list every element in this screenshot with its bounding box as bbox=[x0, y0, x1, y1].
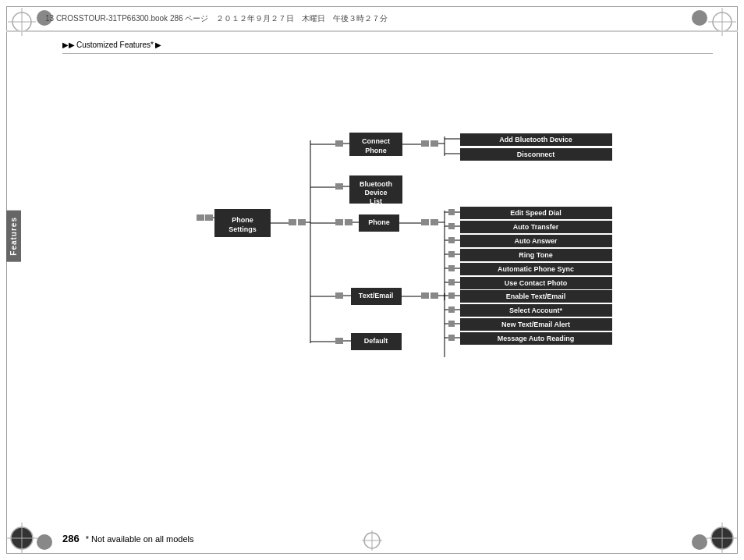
conn-cp-r1 bbox=[421, 140, 429, 147]
new-te-alert-label: New Text/Email Alert bbox=[501, 321, 570, 328]
corner-mark-bl2 bbox=[33, 530, 56, 554]
ring-tone-label: Ring Tone bbox=[519, 251, 552, 259]
diagram-svg: .box-dark { fill: #2a2a2a; } .box-med { … bbox=[62, 94, 702, 406]
conn-icon-ps-2 bbox=[205, 214, 213, 221]
footer-note: * Not available on all models bbox=[86, 534, 194, 544]
side-tab: Features bbox=[6, 211, 21, 262]
breadcrumb-arrow-right: ▶ bbox=[155, 41, 161, 49]
breadcrumb-arrows: ▶▶ bbox=[62, 41, 75, 49]
phone-label: Phone bbox=[368, 218, 390, 226]
conn-def-1 bbox=[335, 338, 343, 344]
use-contact-photo-label: Use Contact Photo bbox=[505, 279, 568, 287]
auto-answer-label: Auto Answer bbox=[514, 237, 558, 245]
connect-phone-label-1: Connect bbox=[362, 137, 390, 145]
icon-at bbox=[448, 223, 455, 229]
select-account-label: Select Account* bbox=[509, 307, 563, 314]
header-text: 13 CROSSTOUR-31TP66300.book 286 ページ ２０１２… bbox=[45, 13, 388, 24]
enable-te-label: Enable Text/Email bbox=[506, 292, 565, 300]
icon-aps bbox=[448, 265, 455, 271]
breadcrumb-rule bbox=[62, 53, 713, 54]
corner-mark-br2 bbox=[688, 530, 711, 554]
svg-point-15 bbox=[692, 534, 707, 550]
footer: 286 * Not available on all models bbox=[62, 533, 194, 544]
disconnect-label: Disconnect bbox=[517, 151, 555, 158]
header-bar: 13 CROSSTOUR-31TP66300.book 286 ページ ２０１２… bbox=[6, 6, 738, 31]
icon-sa bbox=[448, 307, 455, 313]
icon-esd bbox=[448, 209, 455, 215]
breadcrumb-label: Customized Features* bbox=[76, 41, 154, 49]
conn-te-1 bbox=[335, 292, 343, 299]
auto-phone-sync-label: Automatic Phone Sync bbox=[498, 265, 574, 273]
conn-cp-r2 bbox=[430, 140, 438, 147]
conn-phone-1 bbox=[335, 219, 343, 225]
conn-te-r1 bbox=[421, 292, 429, 299]
diagram-area: .box-dark { fill: #2a2a2a; } .box-med { … bbox=[62, 94, 702, 406]
conn-phone-r1 bbox=[421, 219, 429, 225]
icon-ete bbox=[448, 292, 455, 299]
svg-point-13 bbox=[37, 534, 52, 550]
btl-label-2: Device bbox=[364, 189, 387, 197]
icon-aa bbox=[448, 237, 455, 243]
phone-settings-label-2: Settings bbox=[229, 225, 257, 233]
conn-cp-1 bbox=[335, 140, 343, 147]
phone-settings-label-1: Phone bbox=[232, 216, 253, 224]
corner-mark-br bbox=[707, 523, 738, 554]
page-number: 286 bbox=[62, 533, 80, 544]
text-email-label: Text/Email bbox=[359, 292, 393, 299]
breadcrumb: ▶▶ Customized Features* ▶ bbox=[62, 41, 161, 49]
icon-ntea bbox=[448, 321, 455, 327]
conn-te-r2 bbox=[430, 292, 438, 299]
auto-transfer-label: Auto Transfer bbox=[513, 223, 559, 231]
default-label: Default bbox=[364, 337, 388, 345]
icon-rt bbox=[448, 251, 455, 257]
conn-phone-2 bbox=[345, 219, 353, 225]
header-rule bbox=[6, 31, 738, 32]
conn-icon-after-ps-1 bbox=[289, 219, 296, 225]
conn-btl-1 bbox=[335, 183, 343, 190]
msg-auto-reading-label: Message Auto Reading bbox=[498, 335, 575, 342]
icon-ucp bbox=[448, 279, 455, 285]
conn-phone-r2 bbox=[430, 219, 438, 225]
connect-phone-label-2: Phone bbox=[365, 147, 387, 154]
conn-icon-ps-1 bbox=[197, 214, 204, 221]
icon-mar bbox=[448, 335, 455, 341]
edit-speed-dial-label: Edit Speed Dial bbox=[510, 209, 562, 217]
conn-icon-after-ps-2 bbox=[298, 219, 306, 225]
bottom-center-mark bbox=[360, 529, 384, 552]
btl-label-3: List bbox=[370, 197, 382, 205]
add-bt-label: Add Bluetooth Device bbox=[499, 136, 572, 144]
btl-label-1: Bluetooth bbox=[360, 180, 392, 188]
